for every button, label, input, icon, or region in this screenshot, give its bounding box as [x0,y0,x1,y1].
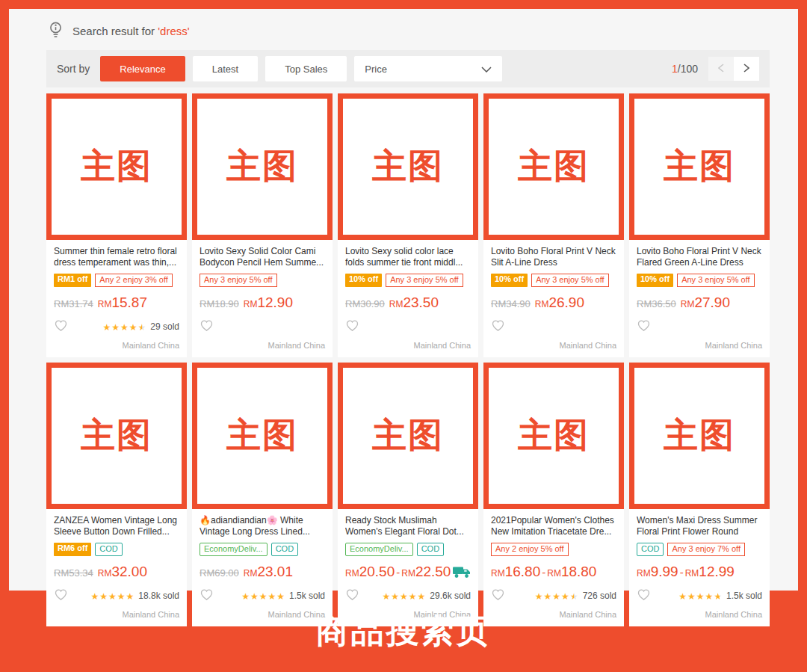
price-row: RM16.80-RM18.80 [491,564,616,580]
current-price: RM26.90 [535,295,584,311]
price-row: RM9.99-RM12.99 [637,564,762,580]
product-card[interactable]: 主图 Lovito Boho Floral Print V Neck Flare… [629,93,770,357]
prev-page-button[interactable] [708,57,734,81]
badge-row: 10% offAny 3 enjoy 5% off [491,274,616,287]
product-title: Summer thin female retro floral dress te… [54,246,179,268]
product-title: Lovito Boho Floral Print V Neck Flared G… [637,246,762,268]
main-image-label: 主图 [518,413,590,459]
old-price: RM18.90 [200,298,239,309]
product-badge: EconomyDeliv... [345,543,413,556]
badge-row: CODAny 3 enjoy 7% off [637,543,762,556]
sort-top-sales-button[interactable]: Top Sales [265,56,347,81]
main-image-label: 主图 [372,144,444,190]
main-image-label: 主图 [226,413,298,459]
product-location: Mainland China [491,341,616,350]
product-location: Mainland China [54,341,179,350]
old-price: RM30.90 [345,298,385,309]
main-image-label: 主图 [664,413,735,459]
product-card[interactable]: 主图 Lovito Sexy solid color lace folds su… [338,93,478,357]
chevron-down-icon [481,64,492,75]
badge-row: Any 3 enjoy 5% off [200,274,325,287]
product-title: 2021Popular Women's Clothes New Imitatio… [491,515,616,537]
product-card[interactable]: 主图 Summer thin female retro floral dress… [46,93,187,357]
old-price: RM53.34 [54,567,93,579]
product-card[interactable]: 主图 Lovito Sexy Solid Color Cami Bodycon … [192,93,333,357]
pagination: 1/100 [672,57,759,81]
sort-relevance-button[interactable]: Relevance [100,56,185,81]
main-image-label: 主图 [518,144,590,190]
product-card[interactable]: 主图 ZANZEA Women Vintage Long Sleeve Butt… [46,363,187,626]
product-image-placeholder[interactable]: 主图 [629,363,770,509]
next-page-button[interactable] [734,57,759,81]
main-image-label: 主图 [372,413,444,459]
price-row: RM18.90 RM12.90 [200,295,325,311]
product-card[interactable]: 主图 🔥adiandiandian🌸 White Vintage Long Dr… [192,363,333,626]
current-price: RM12.90 [244,295,293,311]
product-image-placeholder[interactable]: 主图 [338,93,478,240]
product-badge: COD [95,543,122,556]
lightbulb-icon [48,21,64,41]
product-location: Mainland China [345,341,471,350]
wishlist-heart-icon[interactable] [345,318,359,335]
product-title: Lovito Sexy Solid Color Cami Bodycon Pen… [200,246,325,268]
current-price: RM9.99-RM12.99 [637,564,735,580]
wishlist-heart-icon[interactable] [491,318,505,335]
badge-row: RM6 offCOD [54,543,179,556]
product-badge: Any 3 enjoy 5% off [386,274,463,287]
badge-row: RM1 offAny 2 enjoy 3% off [54,274,179,287]
price-sort-dropdown[interactable]: Price [354,56,502,81]
product-image-placeholder[interactable]: 主图 [629,93,770,240]
search-results-page: Search result for 'dress' Sort by Releva… [9,9,798,591]
search-result-prefix: Search result for [72,25,155,37]
product-badge: Any 2 enjoy 5% off [491,543,569,556]
chevron-left-icon [718,64,724,75]
current-price: RM23.01 [244,564,293,580]
product-badge: Any 3 enjoy 5% off [677,274,755,287]
product-badge: Any 3 enjoy 5% off [200,274,277,287]
product-card[interactable]: 主图 Ready Stock Muslimah Women's Elegant … [338,363,478,626]
product-card[interactable]: 主图 Women's Maxi Dress Summer Floral Prin… [629,363,770,626]
search-result-header: Search result for 'dress' [9,9,798,41]
product-image-placeholder[interactable]: 主图 [338,363,478,509]
current-price: RM27.90 [681,295,730,311]
product-title: ZANZEA Women Vintage Long Sleeve Button … [54,515,179,537]
product-image-placeholder[interactable]: 主图 [46,93,187,240]
sort-by-label: Sort by [57,63,90,75]
product-badge: Any 3 enjoy 7% off [667,543,745,556]
product-card[interactable]: 主图 Lovito Boho Floral Print V Neck Slit … [483,93,624,357]
badge-row: 10% offAny 3 enjoy 5% off [637,274,762,287]
product-location: Mainland China [637,341,762,350]
product-title: Ready Stock Muslimah Women's Elegant Flo… [345,515,471,537]
product-image-placeholder[interactable]: 主图 [483,363,624,509]
product-image-placeholder[interactable]: 主图 [192,363,333,509]
product-image-placeholder[interactable]: 主图 [192,93,333,240]
main-image-label: 主图 [664,144,735,190]
sort-bar: Sort by Relevance Latest Top Sales Price… [46,50,770,87]
wishlist-heart-icon[interactable] [637,318,651,335]
product-badge: RM6 off [54,543,91,556]
product-badge: COD [637,543,664,556]
page-indicator: 1/100 [672,63,698,75]
product-image-placeholder[interactable]: 主图 [483,93,624,240]
sort-latest-button[interactable]: Latest [193,56,258,81]
wishlist-heart-icon[interactable] [54,318,68,335]
product-title: Lovito Boho Floral Print V Neck Slit A-L… [491,246,616,268]
badge-row: EconomyDeliv...COD [345,543,471,556]
sold-count: 29 sold [150,321,179,332]
wishlist-heart-icon[interactable] [200,318,214,335]
product-badge: RM1 off [54,274,91,287]
product-image-placeholder[interactable]: 主图 [46,363,187,509]
star-rating: ★★★★★ 29 sold [102,320,179,333]
product-badge: COD [417,543,444,556]
price-row: RM36.50 RM27.90 [637,295,762,311]
price-dropdown-label: Price [365,64,387,75]
product-badge: 10% off [491,274,528,287]
product-location: Mainland China [200,341,325,350]
product-badge: COD [271,543,298,556]
product-card[interactable]: 主图 2021Popular Women's Clothes New Imita… [483,363,624,626]
price-row: RM34.90 RM26.90 [491,295,616,311]
current-page: 1 [672,63,678,75]
product-badge: Any 3 enjoy 5% off [531,274,609,287]
search-term: 'dress' [158,25,189,37]
main-image-label: 主图 [81,413,152,459]
